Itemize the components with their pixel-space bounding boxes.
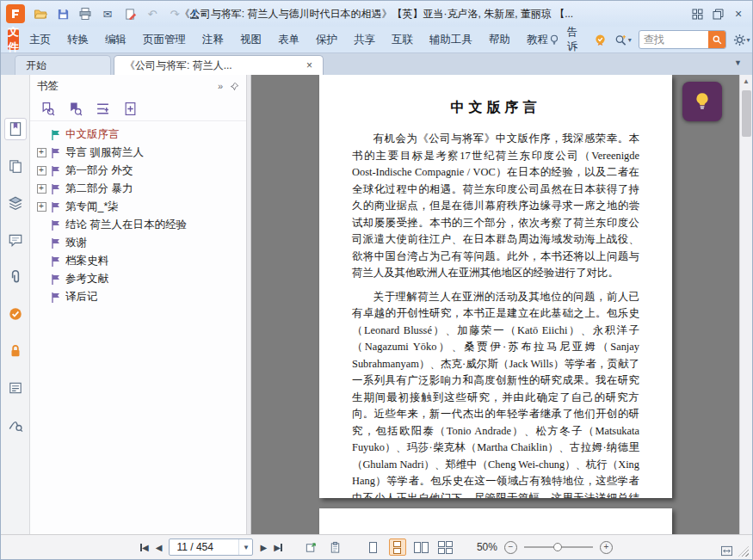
edit-page-icon[interactable] [120,4,140,23]
tab-document-label: 《公司与将军: 荷兰人... [125,58,232,73]
share-caret-icon: ▾ [201,10,205,18]
zoom-out-button[interactable]: − [504,541,517,554]
file-menu-button[interactable]: 文件 [8,29,19,50]
ribbon-tab-share[interactable]: 共享 [354,33,375,47]
zoom-level[interactable]: 50% [477,541,497,553]
nav-pages-icon[interactable] [4,155,27,177]
reward-badge-icon[interactable] [594,34,607,46]
expand-plus-icon[interactable] [37,202,46,212]
expand-bookmarks-icon[interactable] [96,102,110,116]
assistant-bulb-button[interactable] [682,82,722,121]
prev-page-button[interactable]: ◀ [156,543,163,552]
single-page-view-icon[interactable] [365,538,382,556]
window-close-icon[interactable]: × [730,5,747,22]
expand-plus-icon[interactable] [37,166,46,175]
first-page-button[interactable]: ◀ [140,543,149,552]
fit-width-icon[interactable] [720,545,733,557]
resize-grip[interactable] [738,546,749,557]
ribbon-tab-view[interactable]: 视图 [240,33,262,47]
bookmark-item[interactable]: 第二部分 暴力 [37,180,244,198]
redo-icon[interactable]: ↷ [164,4,185,23]
nav-signature-icon[interactable] [4,303,27,325]
bookmark-label: 第一部分 外交 [65,163,133,178]
ribbon-tab-edit[interactable]: 编辑 [105,33,127,47]
ribbon-tab-organize[interactable]: 页面管理 [143,33,186,47]
nav-layers-icon[interactable] [4,192,27,214]
bookmark-item[interactable]: 中文版序言 [37,126,244,144]
nav-bookmarks-icon[interactable] [4,118,27,140]
nav-comments-icon[interactable] [4,229,27,251]
ribbon-tab-form[interactable]: 表单 [278,33,299,47]
ribbon-tab-convert[interactable]: 转换 [67,33,89,47]
bookmark-flag-icon [50,255,61,268]
bookmark-flag-icon [50,219,61,231]
tab-list-icon[interactable]: ▼ [734,58,742,67]
expand-plus-icon[interactable] [37,184,46,194]
bookmark-label: 致谢 [65,236,87,250]
search-submit-icon[interactable] [708,31,725,48]
page-number-box[interactable]: 11 / 454 ▼ [169,538,253,556]
zoom-in-button[interactable]: + [600,541,613,554]
continuous-facing-view-icon[interactable] [437,538,454,556]
search-input[interactable] [639,34,708,46]
bookmark-item[interactable]: 致谢 [37,234,244,252]
tell-me-bulb-icon[interactable] [548,34,560,46]
open-file-icon[interactable] [30,4,51,23]
pin-panel-icon[interactable] [230,82,239,91]
bookmark-item[interactable]: 第专闻_*柒 [37,198,244,216]
undo-icon[interactable]: ↶ [142,4,163,23]
bookmark-item[interactable]: 结论 荷兰人在日本的经验 [37,216,244,234]
print-icon[interactable] [75,4,96,23]
bookmark-item[interactable]: 导言 驯服荷兰人 [37,144,244,162]
settings-gear-icon[interactable]: ▾ [733,34,750,46]
ribbon-tab-home[interactable]: 主页 [29,33,51,47]
nav-security-icon[interactable] [4,340,27,362]
ai-search-icon[interactable]: ▾ [614,34,632,46]
share-icon[interactable]: ▾ [187,4,207,23]
clipboard-icon[interactable] [327,538,344,556]
tab-close-icon[interactable]: × [306,59,312,71]
nav-fields-icon[interactable] [4,377,27,399]
bookmark-item[interactable]: 参考文献 [37,270,244,288]
save-icon[interactable] [52,4,73,23]
ribbon-tab-connect[interactable]: 互联 [392,33,413,47]
collapse-panel-icon[interactable]: » [218,81,223,91]
new-bookmark-icon[interactable] [123,102,138,116]
find-current-bookmark-icon[interactable] [68,102,83,116]
expand-plus-icon[interactable] [37,148,46,157]
scrollbar-up-icon[interactable]: ▲ [740,77,752,85]
scrollbar-thumb[interactable] [742,90,751,137]
document-view[interactable]: 中文版序言 有机会为《公司与将军》中文版作序，我深感荣幸。本书的主要目标是考察1… [251,75,739,534]
bookmark-item[interactable]: 第一部分 外交 [37,162,244,180]
zoom-slider-knob[interactable] [553,543,562,551]
ribbon-tab-help[interactable]: 帮助 [489,33,510,47]
page-dropdown-icon[interactable]: ▼ [238,539,252,555]
ribbon-tab-accessibility[interactable]: 辅助工具 [429,33,472,47]
next-page-button[interactable]: ▶ [260,543,267,552]
bookmark-item[interactable]: 译后记 [37,288,244,306]
email-icon[interactable]: ✉ [97,4,118,23]
continuous-view-icon[interactable] [389,538,406,556]
layout-grid-icon[interactable] [688,5,706,22]
tell-me-label[interactable]: 告诉 [567,25,587,54]
jump-to-page-icon[interactable] [303,538,320,556]
envelope-glyph: ✉ [103,8,113,21]
ribbon-tab-comment[interactable]: 注释 [202,33,224,47]
bookmark-label: 译后记 [65,290,98,305]
last-page-button[interactable]: ▶ [274,543,282,552]
zoom-slider[interactable] [524,541,593,553]
find-bookmark-icon[interactable] [40,102,55,116]
facing-view-icon[interactable] [413,538,430,556]
nav-sign-search-icon[interactable] [4,414,27,436]
tab-document[interactable]: 《公司与将军: 荷兰人... × [114,55,324,75]
bookmark-flag-icon [50,292,61,304]
ribbon-tab-protect[interactable]: 保护 [316,33,337,47]
tab-start[interactable]: 开始 [15,55,111,75]
redo-glyph: ↷ [170,8,180,21]
ribbon-tab-tutorial[interactable]: 教程 [527,33,548,47]
bookmark-flag-icon [50,183,61,195]
vertical-scrollbar[interactable]: ▲ [739,75,752,534]
nav-attachments-icon[interactable] [4,266,27,288]
bookmark-item[interactable]: 档案史料 [37,252,244,270]
workspace-restore-icon[interactable] [709,5,726,22]
